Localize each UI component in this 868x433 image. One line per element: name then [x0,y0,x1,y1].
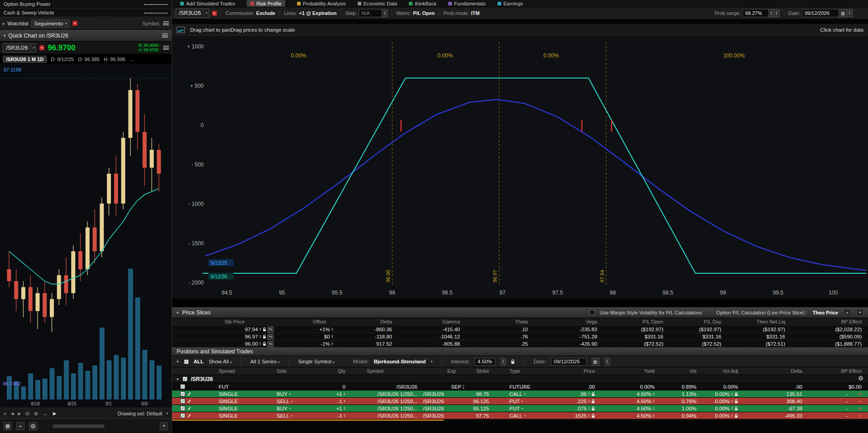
column-header[interactable]: Exp [421,367,464,375]
stepper-icon[interactable]: ▲▼ [344,400,345,403]
model-select[interactable]: Bjerksund-Stensland [374,359,426,364]
side-select[interactable]: BUY▾ [274,405,312,412]
metric-value[interactable]: P/L Open [413,10,435,16]
qty-value[interactable]: +1▲▼ [312,405,346,412]
alert-icon[interactable] [39,45,44,50]
alert-icon[interactable] [212,11,217,16]
stepper-icon[interactable]: ▲▼ [259,335,261,338]
column-header[interactable]: Strike [464,367,489,375]
step-input[interactable]: N/A [359,9,382,17]
slices-menu-button[interactable]: ▾ [856,309,863,316]
qty-value[interactable]: -1▲▼ [312,412,346,419]
chevron-right-icon[interactable]: ▸ [3,21,5,26]
remove-row-button[interactable]: × [859,391,862,397]
menu-icon[interactable] [162,33,168,38]
column-header[interactable]: BP Effect [807,367,868,375]
positions-date-input[interactable]: 09/12/2025 [551,358,586,366]
price-value[interactable]: .1525▲▼ [539,412,597,419]
strike-value[interactable]: 98.75 [464,390,489,397]
percent-badge[interactable]: % [268,327,273,333]
grid-icon[interactable]: ▦ [4,422,12,430]
collapse-panel-button[interactable]: ▼ [160,422,168,430]
stepper-icon[interactable]: ▲▼ [653,407,655,410]
stepper-icon[interactable]: ▲▼ [731,400,733,403]
stepper-icon[interactable]: ▲▼ [344,414,345,418]
row-checkbox[interactable]: ✓ [180,391,185,396]
collapse-icon[interactable]: ▾ [4,33,6,38]
date-input[interactable]: 09/12/2026 [802,9,839,17]
commission-value[interactable]: Exclude [256,10,275,16]
stepper-icon[interactable]: ▲▼ [731,414,733,418]
collapse-icon[interactable]: ▾ [177,359,179,364]
side-select[interactable]: SELL▾ [274,398,312,404]
tab-earnings[interactable]: Earnings [498,0,523,7]
stepper-icon[interactable]: ▲▼ [731,407,733,410]
stepper-icon[interactable]: ▲▼ [259,342,261,346]
option-pl-calc-value[interactable]: Theo Price [813,310,838,315]
row-checkbox[interactable]: ✓ [180,406,185,411]
lines-value[interactable]: +1 @ Expiration [299,10,336,16]
qty-value[interactable]: -1▲▼ [312,398,346,404]
column-header[interactable]: Stk Price [172,318,276,326]
percent-badge[interactable]: % [268,334,273,340]
stepper-icon[interactable]: ▲▼ [731,392,733,396]
side-select[interactable]: SELL▾ [274,412,312,419]
vol-adj-value[interactable]: 0.00%▲▼ [699,405,740,412]
stepper-icon[interactable]: ▲▼ [382,9,388,17]
calendar-icon[interactable]: ▦ [839,9,847,17]
stepper-icon[interactable]: ▲▼ [331,342,333,346]
stepper-icon[interactable]: ▲▼ [653,414,655,418]
price-value[interactable]: .00 [539,383,597,390]
drawing-set-label[interactable]: Drawing set: Default [117,411,162,416]
vol-adj-value[interactable]: 0.00%▲▼ [699,390,740,397]
price-slice-row[interactable]: 97.94▲▼% +1%▲▼ -860.36 -415.40 .10 -235.… [172,326,868,333]
calendar-icon[interactable]: ▦ [591,358,599,366]
candlestick-chart[interactable]: 97.1198 96.7452 [0,64,172,401]
row-checkbox[interactable]: ✓ [180,413,185,418]
stepper-icon[interactable]: ▲▼ [588,414,590,418]
menu-icon[interactable] [163,46,169,50]
column-header[interactable]: Qty [312,367,346,375]
vol-adj-value[interactable]: 0.00%▲▼ [699,398,740,404]
column-header[interactable]: Theo Net Liq [728,318,791,326]
row-checkbox[interactable]: ✓ [180,399,185,404]
next-icon[interactable]: ▶ [18,411,21,416]
column-header[interactable]: Offset [276,318,335,326]
side-select[interactable] [274,383,312,390]
price-value[interactable]: .06▲▼ [539,390,597,397]
column-header[interactable]: Yield [597,367,657,375]
cursor-icon[interactable]: ► [52,410,58,417]
stepper-icon[interactable]: ▲▼ [774,9,780,17]
position-row[interactable]: ✓ FUT 0 /SR3U26 SEP 26 FUTURE .00 0.00% … [172,383,868,390]
side-select[interactable]: BUY▾ [274,390,312,397]
zoom-out-icon[interactable]: ⊖ [25,410,30,417]
stepper-icon[interactable]: ▲▼ [588,392,590,396]
position-row[interactable]: ✓ SINGLE BUY▾ +1▲▼ /SR3U26 1/250... /SR3… [172,405,868,412]
position-row[interactable]: ✓ SINGLE SELL▾ -1▲▼ /SR3U26 1/250... /SR… [172,398,868,405]
interest-input[interactable]: 4.50% [475,358,495,366]
stepper-icon[interactable]: ▲▼ [588,407,590,410]
column-header[interactable]: Type [489,367,539,375]
all-checkbox[interactable]: ✓ [184,359,189,364]
gear-icon[interactable] [858,376,863,382]
gear-icon[interactable] [29,422,37,430]
stepper-icon[interactable]: ▲▼ [500,358,506,366]
position-row[interactable]: ✓ SINGLE SELL▾ -1▲▼ /SR3U26 1/250... /SR… [172,412,868,419]
type-select[interactable]: CALL▾ [489,390,539,397]
type-select[interactable]: CALL▾ [489,412,539,419]
risk-profile-chart[interactable]: + 1000+ 5000- 500- 1000- 1500- 200094.59… [172,36,868,299]
collapse-icon[interactable]: ▾ [177,377,179,381]
stepper-icon[interactable]: ▲▼ [259,328,261,331]
strike-value[interactable]: 95.125 [464,405,489,412]
stepper-icon[interactable]: ▲▼ [847,9,853,17]
stepper-icon[interactable]: ▲▼ [769,9,774,17]
position-row[interactable]: ✓ SINGLE BUY▾ +1▲▼ /SR3U26 1/250... /SR3… [172,390,868,398]
series-select[interactable]: All 1 Series ▾ [250,359,280,364]
tab-seguimiento[interactable]: Seguimiento ▾ [31,19,70,28]
column-header[interactable]: Spread [204,367,274,375]
column-header[interactable]: Vol [657,367,699,375]
strike-value[interactable] [464,383,489,390]
stepper-icon[interactable]: ▲▼ [653,400,655,403]
remove-row-button[interactable]: × [859,413,862,419]
ohlc-more[interactable]: ... [129,57,134,62]
